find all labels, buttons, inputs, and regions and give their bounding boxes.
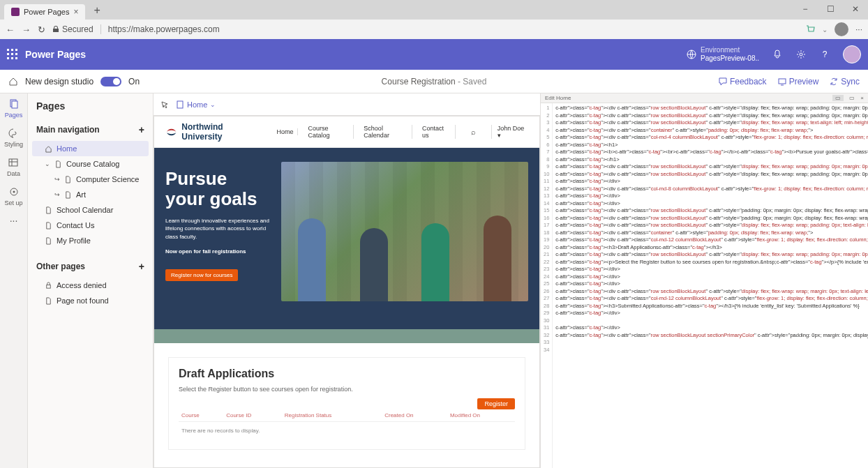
url-text[interactable]: https://make.powerpages.com (108, 24, 220, 34)
tree-item-access-denied[interactable]: Access denied (32, 278, 149, 293)
hero-cta-button[interactable]: Register now for courses (165, 269, 238, 281)
preview-button[interactable]: Preview (778, 77, 819, 86)
shopping-icon[interactable] (805, 24, 815, 34)
canvas-toolbar: Home ⌄ (154, 93, 540, 116)
tree-item-computer-science[interactable]: ↪Computer Science (32, 172, 149, 187)
rail-setup[interactable]: Set up (4, 186, 22, 206)
svg-rect-8 (15, 57, 17, 59)
svg-rect-1 (11, 49, 13, 51)
help-icon[interactable]: ? (819, 49, 830, 60)
code-close-icon[interactable]: × (860, 95, 864, 101)
browser-tab[interactable]: Power Pages × (4, 4, 85, 20)
nav-link-school-calendar[interactable]: School Calendar (359, 125, 412, 139)
notifications-icon[interactable] (772, 49, 783, 60)
svg-rect-7 (11, 57, 13, 59)
tab-close-icon[interactable]: × (73, 7, 78, 17)
maximize-button[interactable]: ☐ (818, 0, 843, 18)
user-menu[interactable]: John Doe ▾ (491, 125, 528, 139)
browser-profile-avatar[interactable] (835, 22, 848, 36)
waffle-icon[interactable] (7, 49, 18, 60)
code-content[interactable]: c-attr">class="c-tag"><div c-attr">class… (553, 103, 868, 468)
feedback-button[interactable]: Feedback (719, 77, 767, 86)
col-header[interactable]: Course ID (223, 409, 282, 422)
tree-item-contact-us[interactable]: Contact Us (32, 218, 149, 233)
code-editor-panel: Edit Home ▭ ▭ × 123456789101112131415161… (540, 93, 868, 468)
code-tab-button[interactable]: ▭ (846, 95, 858, 101)
draft-table: CourseCourse IDRegistration StatusCreate… (179, 409, 515, 439)
col-header[interactable]: Modified On (447, 409, 515, 422)
rail-styling[interactable]: Styling (4, 127, 23, 148)
canvas-area: Home ⌄ Northwind University HomeCourse C… (154, 93, 540, 468)
cursor-icon[interactable] (160, 100, 169, 109)
tree-item-school-calendar[interactable]: School Calendar (32, 202, 149, 218)
code-editor-header: Edit Home ▭ ▭ × (541, 93, 868, 103)
nav-link-home[interactable]: Home (272, 128, 298, 135)
hero-subtext: Now open for fall registrations (165, 248, 270, 255)
chevron-down-icon[interactable]: ⌄ (822, 26, 828, 33)
draft-title: Draft Applications (179, 368, 515, 380)
app-header: Power Pages Environment PagesPreview-08.… (0, 39, 868, 70)
environment-icon (687, 50, 696, 59)
line-numbers: 1234567891011121314151617181920212223242… (541, 103, 553, 468)
close-window-button[interactable]: ✕ (843, 0, 868, 18)
tree-item-page-not-found[interactable]: Page not found (32, 293, 149, 308)
tree-item-home[interactable]: Home (32, 141, 149, 156)
svg-rect-5 (15, 53, 17, 55)
page-icon (176, 100, 184, 109)
forward-button[interactable]: → (22, 24, 31, 35)
col-header[interactable]: Registration Status (282, 409, 382, 422)
pages-panel: Pages Main navigation + Home⌄Course Cata… (28, 93, 154, 468)
draft-subtitle: Select the Register button to see course… (179, 386, 515, 393)
lock-icon (52, 26, 59, 33)
register-button[interactable]: Register (477, 398, 515, 409)
refresh-button[interactable]: ↻ (38, 24, 45, 35)
chevron-down-icon: ⌄ (210, 101, 216, 108)
chevron-down-icon[interactable]: ⌄ (45, 160, 50, 167)
design-toggle[interactable] (100, 77, 121, 86)
back-button[interactable]: ← (6, 24, 15, 35)
table-header-row: CourseCourse IDRegistration StatusCreate… (179, 409, 515, 422)
sync-button[interactable]: Sync (830, 77, 860, 86)
add-other-page-button[interactable]: + (139, 261, 144, 272)
col-header[interactable]: Created On (382, 409, 447, 422)
minimize-button[interactable]: − (793, 0, 818, 18)
browser-more-icon[interactable]: ··· (855, 24, 862, 34)
favicon-icon (11, 8, 20, 16)
code-editor-body[interactable]: 1234567891011121314151617181920212223242… (541, 103, 868, 468)
search-icon[interactable]: ⌕ (471, 128, 476, 136)
add-page-button[interactable]: + (139, 124, 144, 135)
svg-rect-3 (7, 53, 9, 55)
color-band (154, 329, 539, 343)
environment-picker[interactable]: Environment PagesPreview-08.. (687, 46, 759, 63)
rail-data[interactable]: Data (7, 156, 20, 177)
rail-more[interactable]: ··· (10, 215, 18, 226)
main-nav-tree: Home⌄Course Catalog↪Computer Science↪Art… (28, 141, 153, 255)
col-header[interactable]: Course (179, 409, 223, 422)
hero-section: Pursueyour goals Learn through innovativ… (154, 148, 539, 329)
site-logo[interactable]: Northwind University (165, 122, 262, 142)
rail-pages[interactable]: Pages (5, 98, 23, 119)
svg-rect-17 (47, 285, 51, 288)
tree-item-course-catalog[interactable]: ⌄Course Catalog (32, 156, 149, 172)
hero-image (281, 162, 528, 301)
settings-icon[interactable] (795, 49, 807, 60)
new-tab-button[interactable]: + (88, 1, 105, 20)
nav-link-course-catalog[interactable]: Course Catalog (304, 125, 354, 139)
svg-point-16 (13, 191, 15, 193)
tree-item-art[interactable]: ↪Art (32, 187, 149, 202)
sync-icon (830, 77, 838, 86)
security-indicator[interactable]: Secured (52, 24, 101, 34)
code-title: Edit Home (545, 95, 571, 101)
site-preview[interactable]: Northwind University HomeCourse CatalogS… (154, 116, 540, 468)
other-pages-header: Other pages + (28, 255, 153, 278)
home-icon (45, 145, 52, 153)
page-icon (45, 237, 52, 245)
left-rail: Pages Styling Data Set up ··· (0, 93, 28, 468)
nav-link-contact-us[interactable]: Contact us (418, 125, 456, 139)
breadcrumb[interactable]: Home ⌄ (176, 100, 216, 109)
address-bar: ← → ↻ Secured https://make.powerpages.co… (0, 20, 868, 39)
code-tab-button[interactable]: ▭ (832, 95, 844, 101)
tree-item-my-profile[interactable]: My Profile (32, 233, 149, 248)
user-avatar[interactable] (843, 45, 861, 63)
home-icon[interactable] (8, 77, 18, 86)
